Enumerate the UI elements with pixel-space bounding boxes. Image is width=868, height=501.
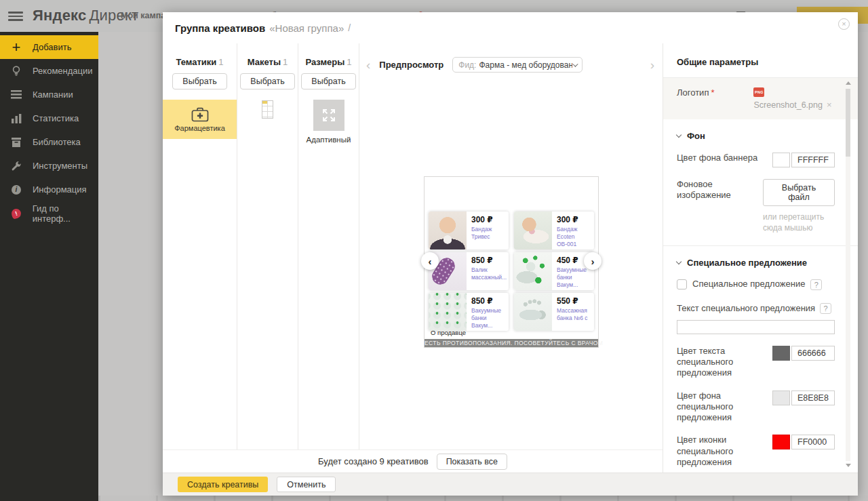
banner-color-row: Цвет фона баннера FFFFFF: [677, 153, 835, 167]
background-image-row: Фоновое изображение Выбрать файл или пер…: [677, 179, 835, 233]
product-card[interactable]: 850 ₽Вакуумные банки Вакум...: [429, 293, 509, 331]
scrollbar-thumb[interactable]: [846, 89, 850, 157]
logo-label: Логотип*: [677, 87, 714, 110]
selection-area: Тематики1 Выбрать Фармацевтика Макеты1 В…: [163, 43, 663, 473]
chevron-down-icon: [676, 259, 682, 264]
themes-choose-button[interactable]: Выбрать: [172, 73, 226, 89]
plus-icon: +: [9, 42, 23, 53]
wrench-icon: [9, 161, 23, 172]
logo-file-name: Screenshot_6.png: [753, 100, 822, 110]
background-image-label: Фоновое изображение: [677, 179, 763, 201]
layouts-choose-button[interactable]: Выбрать: [240, 73, 294, 89]
banner-color-input[interactable]: FFFFFF: [791, 153, 835, 167]
special-bg-color-row: Цвет фона специального предложения E8E8E…: [677, 390, 835, 424]
special-text-label-row: Текст специального предложения: [677, 303, 835, 314]
creatives-count-text: Будет создано 9 креативов: [318, 456, 429, 466]
help-icon[interactable]: [820, 303, 831, 314]
layouts-count: 1: [283, 57, 288, 67]
special-text-color-swatch[interactable]: [772, 346, 790, 361]
guide-badge-icon: !: [9, 209, 23, 218]
size-adaptive-tile[interactable]: [313, 100, 344, 131]
product-price: 300 ₽: [557, 215, 592, 224]
carousel-prev-button[interactable]: [421, 252, 439, 270]
brand-yandex: Яндекс: [33, 7, 86, 24]
feed-select[interactable]: Фид: Фарма - мед оборудование: [452, 57, 583, 73]
banner-color-swatch[interactable]: [772, 153, 790, 167]
dimmed-background-strip: [98, 496, 868, 501]
layout-thumbnail[interactable]: [262, 100, 273, 119]
special-offer-checkbox-row: Специальное предложение: [677, 279, 835, 289]
modal-body: Тематики1 Выбрать Фармацевтика Макеты1 В…: [163, 43, 858, 473]
special-text-color-input[interactable]: 666666: [791, 346, 835, 361]
about-seller-link[interactable]: О продавце: [431, 329, 466, 336]
product-card[interactable]: 850 ₽Валик массажный...: [429, 252, 509, 290]
product-image: [514, 252, 552, 290]
edit-pencil-icon[interactable]: [348, 22, 351, 33]
product-card[interactable]: 550 ₽Массажная банка №6 с: [514, 293, 594, 331]
special-icon-color-swatch[interactable]: [772, 435, 790, 449]
background-section-toggle[interactable]: Фон: [677, 131, 835, 141]
special-text-color-label: Цвет текста специального предложения: [677, 346, 764, 379]
sidebar-item-library[interactable]: Библиотека: [0, 130, 98, 154]
special-text-input[interactable]: [677, 320, 835, 334]
sidebar-item-statistics[interactable]: Статистика: [0, 106, 98, 130]
scroll-up-icon[interactable]: [846, 81, 851, 85]
preview-next-icon[interactable]: [650, 60, 654, 71]
size-tile-label: Адаптивный: [298, 136, 359, 144]
lightbulb-icon: [9, 65, 23, 77]
product-price: 850 ₽: [471, 296, 507, 306]
sidebar-item-tools[interactable]: Инструменты: [0, 154, 98, 178]
special-text-color-row: Цвет текста специального предложения 666…: [677, 346, 835, 379]
modal-header: Группа креативов «Новая группа»: [163, 12, 858, 43]
logo-file: PNG Screenshot_6.png ×: [753, 87, 831, 110]
sizes-title: Размеры: [305, 57, 344, 67]
layouts-title: Макеты: [248, 57, 281, 67]
sidebar-item-campaigns[interactable]: Кампании: [0, 83, 98, 106]
special-icon-color-input[interactable]: FF0000: [791, 435, 835, 449]
help-icon[interactable]: [810, 279, 822, 290]
sidebar-item-recommendations[interactable]: Рекомендации: [0, 59, 98, 83]
sidebar-item-add[interactable]: + Добавить: [0, 35, 98, 59]
info-icon: i: [9, 185, 23, 195]
special-bg-color-label: Цвет фона специального предложения: [677, 390, 764, 424]
product-card[interactable]: 300 ₽Бандаж Тривес: [429, 212, 509, 249]
theme-pharma-tile[interactable]: Фармацевтика: [163, 100, 237, 139]
feed-prefix: Фид:: [458, 60, 476, 70]
product-image: [514, 212, 552, 249]
special-offer-section-title: Специальное предложение: [687, 258, 807, 268]
sidebar-item-information[interactable]: i Информация: [0, 178, 98, 201]
menu-icon[interactable]: [8, 12, 23, 21]
ad-banner-preview: 300 ₽Бандаж Тривес 300 ₽Бандаж Ecoten ОВ…: [424, 176, 599, 348]
themes-title: Тематики: [176, 57, 216, 67]
create-creatives-button[interactable]: Создать креативы: [178, 477, 268, 492]
cancel-button[interactable]: Отменить: [277, 477, 336, 492]
logo-row: Логотип* PNG Screenshot_6.png ×: [663, 78, 858, 119]
product-name: Бандаж Ecoten ОВ-001: [557, 226, 592, 248]
chevron-down-icon: [572, 61, 578, 66]
special-offer-checkbox[interactable]: [677, 279, 687, 289]
params-scrollbar[interactable]: [845, 81, 851, 467]
show-all-button[interactable]: Показать все: [437, 454, 507, 470]
scroll-down-icon[interactable]: [846, 464, 851, 467]
themes-column: Тематики1 Выбрать Фармацевтика: [163, 43, 237, 449]
sizes-choose-button[interactable]: Выбрать: [301, 73, 355, 89]
product-price: 850 ₽: [471, 256, 507, 265]
choose-file-button[interactable]: Выбрать файл: [763, 179, 835, 206]
product-card[interactable]: 300 ₽Бандаж Ecoten ОВ-001: [514, 212, 594, 249]
sidebar-item-interface-guide[interactable]: ! Гид по интерф...: [0, 201, 98, 225]
product-price: 550 ₽: [557, 296, 592, 306]
sidebar: + Добавить Рекомендации Кампании Статист…: [0, 32, 98, 501]
special-bg-color-input[interactable]: E8E8E8: [791, 390, 835, 405]
preview-prev-icon[interactable]: [366, 60, 370, 71]
carousel-next-button[interactable]: [584, 252, 601, 270]
remove-file-icon[interactable]: ×: [827, 100, 832, 110]
common-parameters-panel: Общие параметры Логотип* PNG Screenshot_…: [663, 43, 858, 473]
special-offer-section-toggle[interactable]: Специальное предложение: [677, 258, 835, 268]
preview-title: Предпросмотр: [379, 60, 443, 70]
product-name: Бандаж Тривес: [471, 226, 507, 241]
special-icon-color-label: Цвет иконки специального предложения: [677, 435, 764, 468]
special-bg-color-swatch[interactable]: [772, 390, 790, 405]
product-name: Валик массажный...: [471, 266, 507, 281]
product-card[interactable]: 450 ₽Вакуумные банки Вакум...: [514, 252, 594, 290]
close-icon[interactable]: [838, 18, 850, 30]
